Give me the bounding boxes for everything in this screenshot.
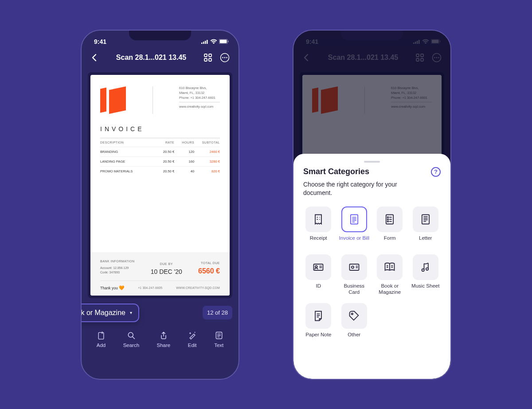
svg-rect-1	[203, 42, 204, 44]
page-title: Scan 28.1...021 13.45	[105, 54, 198, 62]
chevron-left-icon	[90, 54, 98, 62]
category-label: Letter	[419, 235, 432, 246]
cell: BRANDING	[100, 150, 154, 154]
category-book[interactable]: Book or Magazine	[375, 254, 405, 296]
smart-categories-sheet: Smart Categories ? Choose the right cate…	[293, 154, 450, 379]
svg-point-13	[224, 57, 226, 58]
svg-point-43	[422, 269, 424, 271]
signal-icon	[201, 39, 208, 44]
device-notch	[129, 31, 191, 40]
category-business-card[interactable]: Business Card	[339, 254, 370, 296]
category-letter[interactable]: Letter	[411, 206, 441, 246]
table-row: LANDING PAGE 20.50 € 160 3280 €	[100, 156, 220, 166]
company-site: www.creativity-sqd.com	[179, 104, 220, 109]
cell: 20.50 €	[154, 169, 174, 173]
thanks-text: Thank you 🧡	[100, 285, 124, 290]
app-header: Scan 28.1...021 13.45	[82, 47, 239, 70]
table-row: BRANDING 20.50 € 120 2460 €	[100, 147, 220, 156]
bank-account: Account: 12.856.129	[100, 266, 134, 271]
category-label: Invoice or Bill	[339, 235, 369, 246]
table-row: PROMO MATERIALS 20.50 € 40 820 €	[100, 166, 220, 176]
add-button[interactable]: Add	[97, 331, 106, 348]
col-rate: RATE	[154, 141, 174, 144]
category-receipt[interactable]: Receipt	[303, 206, 334, 246]
search-button[interactable]: Search	[123, 331, 139, 348]
cell: 2460 €	[194, 150, 220, 154]
grid-icon	[203, 53, 212, 62]
phone-right: 9:41 Scan 28.1...021 13.45	[293, 30, 451, 380]
share-icon	[159, 331, 168, 340]
form-icon	[383, 213, 396, 226]
category-id[interactable]: ID	[303, 254, 334, 296]
magic-icon	[188, 331, 197, 340]
company-logo	[100, 88, 126, 112]
document-viewport[interactable]: 610 Biscayne Blvs, Miami, FL, 33132 Phon…	[88, 72, 232, 298]
svg-point-42	[352, 266, 354, 268]
category-form[interactable]: Form	[375, 206, 405, 246]
share-button[interactable]: Share	[157, 331, 171, 348]
invoice-footer: BANK INFORMATION Account: 12.856.129 Cod…	[90, 252, 230, 296]
svg-rect-0	[201, 43, 203, 44]
receipt-icon	[312, 213, 325, 226]
category-invoice[interactable]: Invoice or Bill	[339, 206, 370, 246]
svg-point-40	[315, 265, 317, 268]
document-page: 610 Biscayne Blvs, Miami, FL, 33132 Phon…	[90, 75, 230, 296]
grid-button[interactable]	[202, 52, 214, 63]
cell: PROMO MATERIALS	[100, 169, 154, 173]
tool-label: Add	[97, 343, 106, 348]
wifi-icon	[210, 39, 217, 44]
total-label: TOTAL DUE	[198, 261, 220, 265]
cell: 120	[174, 150, 194, 154]
phone-left: 9:41 Scan 28.1...021 13.45	[81, 30, 239, 380]
svg-point-35	[387, 217, 388, 218]
svg-rect-7	[204, 54, 207, 57]
search-icon	[127, 331, 136, 340]
category-label: ID	[316, 283, 321, 294]
category-other[interactable]: Other	[339, 303, 370, 343]
tool-label: Edit	[188, 343, 197, 348]
thanks-label: Thank you	[100, 286, 118, 290]
company-phone: Phone: +1 304-247-6601	[179, 95, 220, 100]
category-selector[interactable]: Book or Magazine ▾	[81, 304, 139, 322]
help-button[interactable]: ?	[431, 167, 441, 177]
company-addr2: Miami, FL, 33132	[179, 90, 220, 95]
more-button[interactable]	[219, 52, 231, 63]
svg-point-12	[222, 57, 223, 58]
category-label: Music Sheet	[411, 283, 439, 294]
back-button[interactable]	[89, 52, 100, 63]
due-by: DUE BY 10 DEC '20	[151, 262, 182, 275]
cell: 160	[174, 160, 194, 164]
due-label: DUE BY	[151, 262, 182, 265]
id-icon	[312, 261, 325, 273]
total-value: 6560 €	[198, 267, 220, 275]
chevron-down-icon: ▾	[130, 310, 132, 315]
footer-phone: +1 304-247-6605	[138, 286, 162, 289]
svg-point-14	[226, 57, 227, 58]
svg-rect-9	[204, 58, 207, 61]
tool-label: Share	[157, 343, 171, 348]
more-circle-icon	[220, 53, 230, 62]
svg-rect-15	[98, 332, 104, 339]
category-label: Other	[348, 331, 360, 343]
status-time: 9:41	[94, 38, 106, 45]
total-due: TOTAL DUE 6560 €	[198, 261, 220, 275]
svg-rect-3	[207, 40, 208, 44]
edit-button[interactable]: Edit	[188, 331, 197, 348]
col-hours: HOURS	[174, 141, 194, 144]
invoice-title: INVOICE	[100, 125, 220, 132]
svg-point-45	[351, 313, 353, 315]
sheet-grabber[interactable]	[364, 161, 380, 163]
category-paper-note[interactable]: Paper Note	[303, 303, 334, 343]
svg-rect-33	[351, 214, 358, 224]
svg-point-44	[426, 268, 428, 270]
cell: 20.50 €	[154, 150, 174, 154]
cell: LANDING PAGE	[100, 160, 154, 164]
category-music-sheet[interactable]: Music Sheet	[411, 254, 441, 296]
device-notch	[341, 31, 403, 40]
business-card-icon	[348, 261, 360, 273]
text-button[interactable]: Text	[214, 331, 223, 348]
tool-label: Text	[214, 343, 223, 348]
svg-rect-6	[228, 41, 229, 43]
bottom-toolbar: Add Search Share Edit Text	[82, 325, 239, 356]
book-icon	[383, 261, 396, 273]
